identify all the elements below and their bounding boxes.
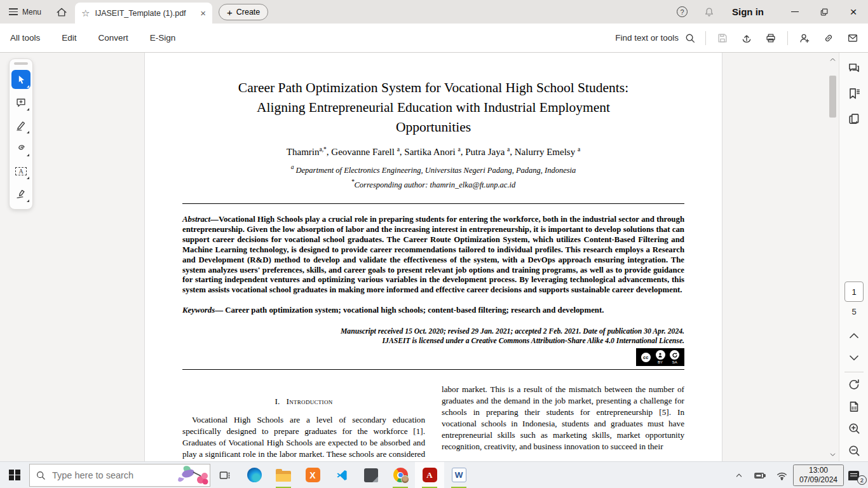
highlight-tool-button[interactable] <box>11 116 31 135</box>
cc-by-sa-badge: cc BY SA <box>636 348 684 366</box>
current-page-input[interactable] <box>844 281 864 302</box>
zoom-in-button[interactable] <box>846 421 862 436</box>
toolbar-divider <box>705 31 706 45</box>
zoom-out-button[interactable] <box>846 443 862 458</box>
taskbar-app-acrobat[interactable]: A <box>415 462 444 488</box>
select-tool-button[interactable] <box>11 70 31 89</box>
tray-expand-button[interactable] <box>729 462 749 488</box>
comments-panel-button[interactable] <box>846 60 862 76</box>
chevron-up-icon <box>846 328 862 343</box>
taskbar-app-word[interactable]: W <box>444 462 473 488</box>
print-button[interactable] <box>763 30 778 46</box>
next-page-button[interactable] <box>846 350 862 365</box>
affiliation-text: Department of Electronics Engineering, U… <box>294 166 576 175</box>
paper-title-line2: Aligning Entrepreneurial Education with … <box>182 98 684 118</box>
hummingbird-flower-art <box>172 463 208 487</box>
tab-all-tools[interactable]: All tools <box>10 33 40 43</box>
section-number: I. <box>275 396 280 406</box>
search-input[interactable] <box>52 470 154 480</box>
create-button[interactable]: + Create <box>219 4 268 20</box>
tab-edit[interactable]: Edit <box>62 33 76 43</box>
select-cursor-icon <box>15 73 27 86</box>
star-icon[interactable]: ☆ <box>81 8 90 19</box>
bookmarks-panel-button[interactable] <box>846 86 862 101</box>
cc-logo-icon: cc <box>641 353 651 362</box>
keywords-label: Keywords <box>182 306 215 315</box>
comments-icon <box>846 60 862 76</box>
rotate-refresh-button[interactable] <box>846 377 862 392</box>
add-user-button[interactable] <box>797 30 812 46</box>
scroll-up-arrow[interactable] <box>829 55 837 64</box>
taskbar-app-dark[interactable] <box>356 462 386 488</box>
clock[interactable]: 13:00 07/09/2024 <box>793 464 844 486</box>
save-button[interactable] <box>715 30 730 46</box>
chrome-profile-avatar <box>401 475 409 484</box>
tab-close-icon[interactable]: × <box>200 8 206 18</box>
add-text-tool-button[interactable]: A <box>11 161 31 180</box>
pdf-page[interactable]: Career Path Optimization System for Voca… <box>144 53 722 461</box>
viewer-area: A Career Path Optimization System for Vo… <box>0 53 868 461</box>
cc-by-person-icon <box>656 350 665 360</box>
pages-panel-button[interactable] <box>846 111 862 126</box>
document-tab[interactable]: ☆ IJASEIT_Template (1).pdf × <box>75 3 212 24</box>
battery-button[interactable] <box>749 462 771 488</box>
print-icon <box>764 32 777 44</box>
corresponding-author: *Corresponding author: thamrin_elka@ft.u… <box>182 179 684 190</box>
scrollbar-thumb[interactable] <box>829 76 836 118</box>
help-button[interactable]: ? <box>677 6 688 17</box>
tab-e-sign[interactable]: E-Sign <box>150 33 176 43</box>
find-text-button[interactable]: Find text or tools <box>615 32 696 44</box>
close-button[interactable]: × <box>839 0 868 24</box>
task-view-button[interactable] <box>210 462 240 488</box>
taskbar-app-vscode[interactable] <box>327 462 356 488</box>
share-upload-button[interactable] <box>739 30 754 46</box>
restore-button[interactable] <box>810 0 839 24</box>
scroll-down-arrow[interactable] <box>829 451 837 459</box>
chevron-up-icon <box>829 55 837 64</box>
chevron-down-icon <box>846 350 862 365</box>
minimize-icon <box>791 11 799 13</box>
add-comment-tool-button[interactable] <box>11 93 31 112</box>
taskbar-app-edge[interactable] <box>240 462 269 488</box>
previous-page-button[interactable] <box>846 328 862 343</box>
save-icon <box>716 32 729 44</box>
toolbar-right: Find text or tools <box>615 30 860 46</box>
pdf-page-content: Career Path Optimization System for Voca… <box>145 78 722 461</box>
vscode-icon <box>335 468 349 482</box>
sign-in-button[interactable]: Sign in <box>732 6 764 17</box>
tab-convert[interactable]: Convert <box>98 33 128 43</box>
link-button[interactable] <box>821 30 836 46</box>
section-heading: I.Introduction <box>182 396 425 407</box>
text-box-icon: A <box>15 167 27 175</box>
palette-drag-handle[interactable] <box>14 62 28 65</box>
taskbar-app-xampp[interactable]: X <box>298 462 327 488</box>
action-center-button[interactable]: 2 <box>844 462 868 488</box>
email-button[interactable] <box>845 30 860 46</box>
bookmark-icon <box>846 86 862 101</box>
right-column-paragraph: labor market. This is a result of the mi… <box>442 384 684 452</box>
fill-sign-tool-button[interactable] <box>11 184 31 203</box>
menu-button[interactable]: Menu <box>9 8 41 17</box>
start-button[interactable] <box>0 462 29 488</box>
abstract-paragraph: Abstract—Vocational High Schools play a … <box>182 215 684 295</box>
chevron-down-icon <box>829 451 837 459</box>
taskbar-search[interactable] <box>29 464 210 487</box>
actual-size-icon <box>846 399 862 414</box>
author-separator: , <box>510 147 515 157</box>
acrobat-icon: A <box>423 468 437 482</box>
wifi-button[interactable] <box>771 462 793 488</box>
home-button[interactable] <box>55 6 68 18</box>
left-column-paragraph: Vocational High Schools are a level of s… <box>182 414 425 461</box>
draw-tool-button[interactable] <box>11 139 31 158</box>
vertical-scrollbar[interactable] <box>827 53 838 461</box>
close-icon: × <box>850 5 857 19</box>
notifications-button[interactable] <box>703 6 715 18</box>
tab-title: IJASEIT_Template (1).pdf <box>95 9 196 18</box>
link-icon <box>822 32 835 44</box>
home-icon <box>55 6 68 18</box>
taskbar-app-file-explorer[interactable] <box>269 462 298 488</box>
taskbar-app-chrome[interactable] <box>386 462 415 488</box>
minimize-button[interactable] <box>780 0 810 24</box>
page-fit-button[interactable] <box>846 399 862 414</box>
chevron-up-icon <box>734 470 744 480</box>
